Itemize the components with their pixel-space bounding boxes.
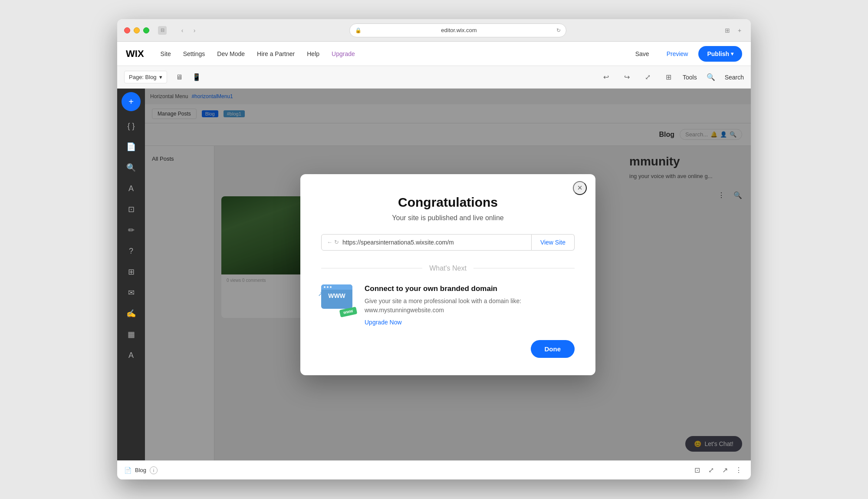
info-icon[interactable]: i: [150, 466, 158, 474]
tab-manage-icon[interactable]: ⊟: [158, 26, 167, 35]
domain-description: Give your site a more professional look …: [365, 297, 575, 315]
window-controls: ⊟: [158, 26, 167, 35]
sidebar-mail-icon[interactable]: ✉: [122, 283, 141, 302]
preview-button[interactable]: Preview: [660, 47, 695, 61]
congratulations-modal: × Congratulations Your site is published…: [300, 174, 595, 375]
menu-bar: WIX Site Settings Dev Mode Hire a Partne…: [117, 42, 751, 66]
redo-icon[interactable]: ↪: [620, 70, 634, 84]
bottom-bar: 📄 Blog i ⊡ ⤢ ↗ ⋮: [117, 460, 751, 479]
www-text: WWW: [328, 292, 345, 299]
bottom-fullscreen-icon[interactable]: ↗: [720, 465, 730, 476]
mobile-view-icon[interactable]: 📱: [190, 70, 204, 84]
domain-icon: WWW WWW ↗: [321, 284, 356, 319]
sidebar-code-icon[interactable]: { }: [122, 116, 141, 135]
url-input-wrapper: ← ↻ https://spearsinternationa5.wixsite.…: [321, 234, 532, 251]
browser-window: ⊟ ‹ › 🔒 editor.wix.com ↻ ⊞ + WIX Site Se…: [117, 19, 751, 479]
left-divider-line: [321, 268, 422, 268]
whats-next-label: What's Next: [429, 264, 467, 272]
sidebar-table-icon[interactable]: ▦: [122, 325, 141, 344]
title-bar: ⊟ ‹ › 🔒 editor.wix.com ↻ ⊞ +: [117, 19, 751, 42]
bottom-expand-icon[interactable]: ⤢: [706, 465, 716, 476]
site-url: https://spearsinternationa5.wixsite.com/…: [342, 239, 526, 246]
modal-close-button[interactable]: ×: [573, 181, 587, 195]
traffic-lights: [124, 27, 149, 33]
page-selector[interactable]: Page: Blog ▾: [124, 71, 167, 83]
add-tab-icon[interactable]: +: [735, 26, 744, 35]
new-tab-icon[interactable]: ⊞: [723, 26, 732, 35]
modal-subtitle: Your site is published and live online: [321, 214, 575, 222]
sidebar-question-icon[interactable]: ?: [122, 241, 141, 261]
close-button[interactable]: [124, 27, 130, 33]
menu-right: Save Preview Publish ▾: [628, 46, 742, 62]
grid-icon[interactable]: ⊞: [662, 70, 676, 84]
sub-toolbar: Page: Blog ▾ 🖥 📱 ↩ ↪ ⤢ ⊞ Tools 🔍 Search: [117, 66, 751, 89]
back-arrow[interactable]: ‹: [177, 25, 187, 36]
url-refresh-icon: ↻: [334, 239, 339, 245]
refresh-icon[interactable]: ↻: [556, 27, 561, 33]
maximize-button[interactable]: [143, 27, 149, 33]
sidebar-text-icon[interactable]: A: [122, 179, 141, 198]
sidebar-layers-icon[interactable]: ⊡: [122, 200, 141, 219]
sidebar-apps-icon[interactable]: ⊞: [122, 262, 141, 281]
search-icon[interactable]: 🔍: [704, 70, 718, 84]
modal-overlay: × Congratulations Your site is published…: [145, 89, 751, 460]
arrow-decoration: ↗: [318, 290, 323, 298]
view-site-button[interactable]: View Site: [532, 234, 575, 251]
page-doc-icon: 📄: [124, 467, 132, 474]
left-sidebar: + { } 📄 🔍 A ⊡ ✏ ? ⊞ ✉ ✍ ▦ A: [117, 89, 145, 460]
bottom-right-controls: ⊡ ⤢ ↗ ⋮: [692, 465, 744, 476]
menu-hire-partner[interactable]: Hire a Partner: [251, 42, 301, 66]
sidebar-app-icon[interactable]: A: [122, 346, 141, 365]
page-selector-chevron-icon: ▾: [159, 74, 162, 80]
domain-title: Connect to your own branded domain: [365, 284, 575, 293]
url-nav-icons: ← ↻: [327, 239, 339, 245]
menu-site[interactable]: Site: [155, 42, 177, 66]
wix-logo: WIX: [126, 48, 144, 59]
bottom-more-icon[interactable]: ⋮: [733, 465, 744, 476]
bottom-select-icon[interactable]: ⊡: [692, 465, 702, 476]
forward-arrow[interactable]: ›: [189, 25, 200, 36]
lock-icon: 🔒: [355, 27, 362, 33]
sidebar-pen-icon[interactable]: ✏: [122, 221, 141, 240]
done-button[interactable]: Done: [531, 340, 575, 358]
right-divider-line: [473, 268, 575, 268]
domain-section: WWW WWW ↗ Connect to y: [321, 284, 575, 326]
sidebar-pages-icon[interactable]: 📄: [122, 137, 141, 156]
minimize-button[interactable]: [134, 27, 140, 33]
sidebar-write-icon[interactable]: ✍: [122, 304, 141, 323]
upgrade-link[interactable]: Upgrade Now: [365, 319, 402, 326]
nav-arrows: ‹ ›: [177, 25, 200, 36]
publish-chevron-icon: ▾: [731, 51, 733, 57]
url-text: editor.wix.com: [365, 27, 553, 33]
undo-icon[interactable]: ↩: [599, 70, 613, 84]
desktop-view-icon[interactable]: 🖥: [172, 70, 186, 84]
bottom-page-label: Blog: [135, 467, 146, 473]
search-label: Search: [725, 74, 744, 81]
sidebar-search-icon[interactable]: 🔍: [122, 158, 141, 177]
publish-button[interactable]: Publish ▾: [698, 46, 742, 62]
editor-main: + { } 📄 🔍 A ⊡ ✏ ? ⊞ ✉ ✍ ▦ A Horizont: [117, 89, 751, 460]
sub-toolbar-right: ↩ ↪ ⤢ ⊞ Tools 🔍 Search: [599, 70, 744, 84]
modal-footer: Done: [321, 340, 575, 358]
modal-title: Congratulations: [321, 195, 575, 210]
url-bar: ← ↻ https://spearsinternationa5.wixsite.…: [321, 234, 575, 251]
canvas-area[interactable]: Horizontal Menu #horizontalMenu1 Manage …: [145, 89, 751, 460]
whats-next-divider: What's Next: [321, 264, 575, 272]
tools-label: Tools: [683, 74, 697, 81]
fit-icon[interactable]: ⤢: [641, 70, 655, 84]
url-back-icon: ←: [327, 239, 332, 245]
menu-help[interactable]: Help: [301, 42, 326, 66]
title-bar-right-buttons: ⊞ +: [723, 26, 744, 35]
save-button[interactable]: Save: [628, 47, 656, 61]
address-bar[interactable]: 🔒 editor.wix.com ↻: [349, 23, 566, 37]
menu-upgrade[interactable]: Upgrade: [326, 42, 361, 66]
domain-text-content: Connect to your own branded domain Give …: [365, 284, 575, 326]
menu-devmode[interactable]: Dev Mode: [211, 42, 251, 66]
menu-settings[interactable]: Settings: [177, 42, 211, 66]
editor-layout: WIX Site Settings Dev Mode Hire a Partne…: [117, 42, 751, 479]
add-element-button[interactable]: +: [122, 92, 141, 111]
device-icons: 🖥 📱: [172, 70, 204, 84]
